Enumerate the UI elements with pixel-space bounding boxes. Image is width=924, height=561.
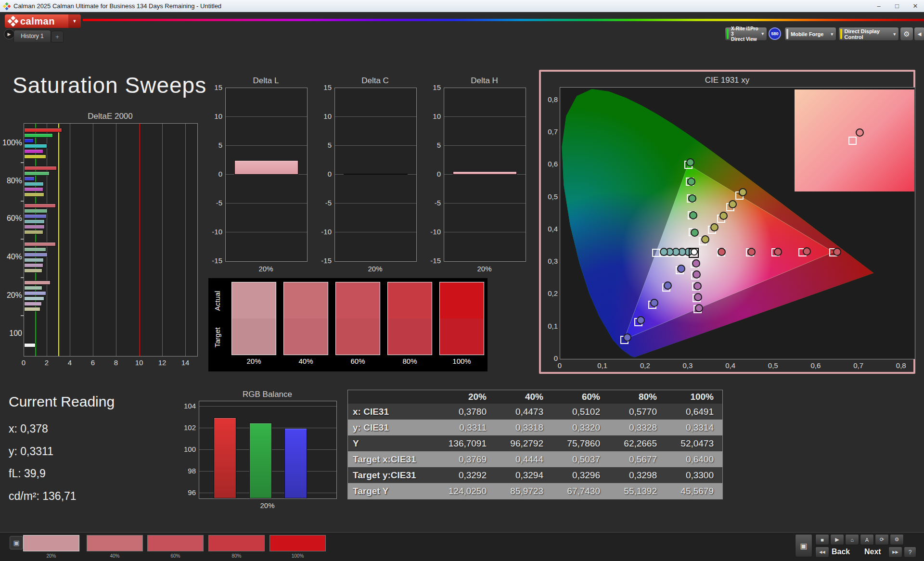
maximize-button[interactable]: □ xyxy=(891,2,903,10)
bottom-swatch-100%[interactable] xyxy=(270,535,326,551)
deltae-bar xyxy=(24,307,40,311)
bottom-swatch-80%[interactable] xyxy=(208,535,265,551)
calman-menu-chevron[interactable]: ▼ xyxy=(68,14,81,28)
delta-chart-plot xyxy=(225,88,308,262)
meter-status-bar xyxy=(727,29,729,39)
deltae-gridline xyxy=(162,124,163,356)
rgb-bar-green xyxy=(249,423,272,498)
delta-h-title: Delta H xyxy=(444,76,525,86)
bottom-swatch-label: 80% xyxy=(208,553,265,559)
table-row-label: x: CIE31 xyxy=(348,407,437,417)
bottom-refresh-icon-button[interactable]: ⟳ xyxy=(875,534,889,545)
bottom-swatch-label: 40% xyxy=(87,553,143,559)
delta-gridline xyxy=(444,116,526,117)
chevron-down-icon: ▾ xyxy=(831,32,833,37)
cie-target-point xyxy=(652,249,660,257)
deltae-axis-tick xyxy=(21,277,24,278)
back-step-button[interactable]: ◀◀ xyxy=(815,547,829,558)
back-label[interactable]: Back xyxy=(832,548,850,556)
table-cell: 0,3328 xyxy=(608,422,665,433)
swatch-actual xyxy=(336,282,380,319)
chevron-left-icon: ◀ xyxy=(918,31,922,37)
bottom-swatch-label: 20% xyxy=(23,553,79,559)
bottom-text-icon-button[interactable]: A xyxy=(860,534,874,545)
tab-history-1[interactable]: History 1 xyxy=(13,30,51,42)
meter-dropdown[interactable]: X-Rite i1Pro 3 Direct View ▾ xyxy=(725,27,767,41)
deltae-x-tick: 6 xyxy=(86,358,100,367)
deltae-bar xyxy=(24,268,42,273)
deltae-group-label: 80% xyxy=(1,177,22,185)
swatch-target xyxy=(336,319,380,355)
swatch-column xyxy=(439,282,484,355)
table-row-label: Target x:CIE31 xyxy=(348,454,437,465)
table-cell: 55,1392 xyxy=(608,486,665,497)
cie-measured-point xyxy=(660,248,668,256)
deltae-ref-red xyxy=(139,124,140,356)
layout-nav-button[interactable]: ▶ xyxy=(4,29,14,39)
bottom-play-icon-button[interactable]: ▶ xyxy=(830,534,844,545)
cie-x-tick: 0 xyxy=(550,361,569,370)
bottom-swatch-20%[interactable] xyxy=(23,535,79,551)
add-tab-button[interactable]: + xyxy=(51,31,64,42)
table-cell: 0,5677 xyxy=(608,454,665,465)
display-panel-button[interactable]: ▣ xyxy=(795,534,812,557)
cie-y-tick: 0,1 xyxy=(541,322,558,330)
delta-axis-label: 15 xyxy=(424,83,441,91)
home-icon: ⌂ xyxy=(850,537,854,543)
delta-x-label: 20% xyxy=(334,265,416,273)
workflow-dropdown[interactable]: Direct Display Control ▾ xyxy=(838,27,899,41)
delta-bar xyxy=(344,174,408,175)
calman-menu-button[interactable]: calman xyxy=(5,14,68,28)
cie-y-tick: 0,6 xyxy=(541,160,558,168)
fast-forward-icon: ▶▶ xyxy=(892,550,898,554)
deltae-axis-tick xyxy=(21,239,24,240)
swatch-actual xyxy=(388,282,432,319)
swatch-column xyxy=(387,282,432,355)
deltae-bar xyxy=(24,192,44,197)
table-row-label: Target y:CIE31 xyxy=(348,470,437,481)
deltae-bar xyxy=(24,139,34,143)
minimize-button[interactable]: – xyxy=(873,2,885,10)
workflow-label: Direct Display Control xyxy=(845,28,894,40)
bottom-swatch-60%[interactable] xyxy=(147,535,204,551)
cie-x-tick: 0,6 xyxy=(806,361,825,370)
collapse-panel-button[interactable]: ◀ xyxy=(914,27,924,41)
rgb-y-label: 98 xyxy=(178,467,196,475)
table-cell: 0,3318 xyxy=(494,422,551,433)
actual-row-label: Actual xyxy=(213,283,221,319)
deltae-group-label: 100 xyxy=(1,329,22,338)
settings-button[interactable]: ⚙ xyxy=(900,27,913,41)
deltae-bar xyxy=(24,219,45,224)
cie-whitepoint-measured xyxy=(691,248,698,255)
delta-axis-label: -15 xyxy=(205,256,222,265)
cie-zoom-inset xyxy=(795,89,914,191)
delta-bar xyxy=(453,171,517,175)
source-dropdown[interactable]: Mobile Forge ▾ xyxy=(784,27,836,41)
deltae-bar xyxy=(24,209,48,213)
cie-measured-point xyxy=(650,299,658,307)
bottom-gear-icon-button[interactable]: ⚙ xyxy=(890,534,904,545)
bottom-stop-icon-button[interactable]: ■ xyxy=(815,534,829,545)
cie-measured-point xyxy=(695,304,703,312)
rgb-y-label: 104 xyxy=(178,402,196,410)
deltae-bar xyxy=(24,247,46,252)
swatch-label: 100% xyxy=(439,357,484,365)
bottom-home-icon-button[interactable]: ⌂ xyxy=(845,534,859,545)
cie-x-tick: 0,8 xyxy=(891,361,911,370)
table-row-label: Target Y xyxy=(348,486,437,497)
next-label[interactable]: Next xyxy=(864,548,881,556)
table-row: x: CIE310,37800,44730,51020,57700,6491 xyxy=(348,404,722,420)
tab-label: History 1 xyxy=(21,33,43,39)
help-button[interactable]: ? xyxy=(904,547,916,558)
bottom-swatch-40%[interactable] xyxy=(87,535,143,551)
next-step-button[interactable]: ▶▶ xyxy=(888,547,902,558)
source-label: Mobile Forge xyxy=(791,31,823,37)
cie-measured-point xyxy=(694,293,702,301)
cie-1931-panel: CIE 1931 xy 0,80,70,60,50,40,30,20,1000,… xyxy=(539,70,915,374)
close-button[interactable]: ✕ xyxy=(910,2,921,10)
meter-position-button[interactable]: ▣ xyxy=(10,536,23,549)
table-cell: 124,0250 xyxy=(437,486,494,497)
table-row: y: CIE310,33110,33180,33200,33280,3314 xyxy=(348,420,722,435)
workflow-status-bar xyxy=(840,29,842,39)
calman-window: Calman 2025 Calman Ultimate for Business… xyxy=(0,0,924,561)
